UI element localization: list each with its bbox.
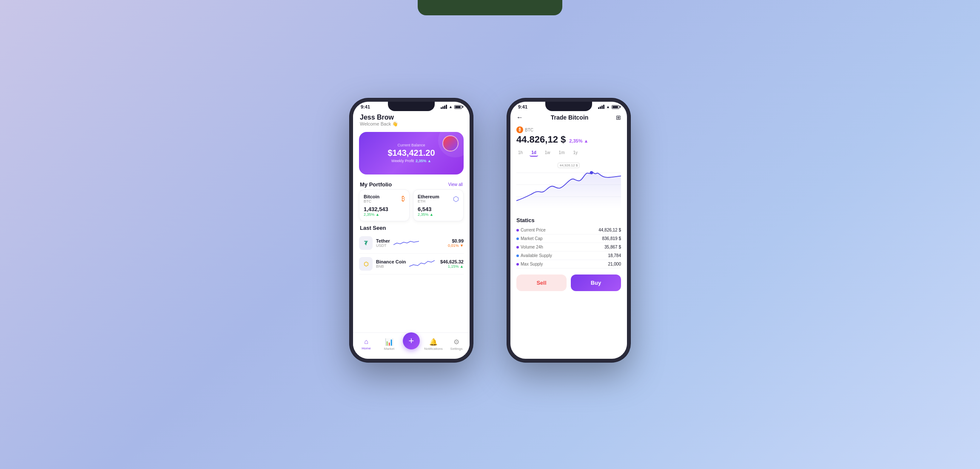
btc-portfolio-card[interactable]: Bitcoin BTC ₿ 1,432,543 2,35% ▲ [359,189,410,221]
tether-change: 0,01% ▼ [448,243,464,248]
stat-current-price-val: 44,826,12 $ [598,228,621,232]
trade-title: Trade Bitcoin [551,114,589,121]
stat-market-cap: Market Cap 836,819 $ [516,234,621,243]
market-icon: 📊 [385,338,393,346]
trade-buttons: Sell Buy [510,271,627,295]
nav-market[interactable]: 📊 Market [380,338,399,351]
eth-symbol: ETH [418,199,439,203]
stat-available-supply: Available Supply 18,784 [516,252,621,260]
stats-title: Statics [516,217,621,223]
phones-container: 9:41 ▲ Jess B [350,98,630,362]
stats-section: Statics Current Price 44,826,12 $ Market… [510,214,627,271]
stat-volume-val: 35,867 $ [604,245,621,249]
chart-area: 44,926.12 $ [510,159,627,214]
btc-name-wrap: Bitcoin BTC [364,194,379,203]
sell-button[interactable]: Sell [516,275,567,291]
stat-current-price-label: Current Price [516,228,546,232]
signal-bars-2 [598,105,604,109]
status-icons-2: ▲ [598,105,619,109]
signal-bar-3 [444,106,445,109]
welcome-text: Welcome Back 👋 [360,121,463,127]
btc-change: 2,35% ▲ [364,212,405,217]
time-btn-1m[interactable]: 1m [557,149,567,157]
bnb-chart [409,258,437,270]
signal-bar-2-4 [603,105,604,109]
time-btn-1y[interactable]: 1y [572,149,580,157]
bnb-row[interactable]: ⬡ Binance Coin BNB $46,625.32 [359,254,464,275]
eth-change: 2,35% ▲ [418,212,459,217]
eth-icon: ⬡ [453,195,459,203]
svg-point-3 [590,171,593,174]
grid-icon[interactable]: ⊞ [616,114,621,121]
coin-ticker: ₿ BTC [516,126,621,133]
signal-bar-2 [442,106,444,109]
stat-max-supply-val: 21,000 [608,262,621,266]
weekly-profit-label: Weekly Profit [391,159,414,163]
signal-bar-1 [441,107,442,109]
time-filter: 1h 1d 1w 1m 1y [510,148,627,159]
bnb-price-val: $46,625.32 [440,259,464,264]
chart-label: 44,926.12 $ [558,163,580,168]
btc-amount: 1,432,543 [364,206,405,212]
nav-home[interactable]: ⌂ Home [357,338,376,350]
btc-header: Bitcoin BTC ₿ [364,194,405,203]
signal-bar-4 [446,105,447,109]
tether-info: Tether USDT [376,238,390,248]
view-all-btn[interactable]: View all [448,182,463,187]
battery-fill-2 [612,106,618,108]
time-btn-1d[interactable]: 1d [530,149,538,157]
stat-market-cap-label: Market Cap [516,236,543,241]
signal-bars-1 [441,105,447,109]
bottom-nav: ⌂ Home 📊 Market + 🔔 Notifications ⚙ Sett… [353,332,470,359]
stat-available-supply-val: 18,784 [608,253,621,258]
market-label: Market [384,347,394,351]
dot-current-price [516,229,519,232]
eth-amount: 6,543 [418,206,459,212]
home-label: Home [362,346,370,350]
notch-2 [545,102,592,111]
stat-volume-label: Volume 24h [516,245,543,249]
last-seen-header: Last Seen [353,221,470,233]
nav-notifications[interactable]: 🔔 Notifications [424,338,443,351]
stat-market-cap-val: 836,819 $ [602,236,621,241]
signal-bar-2-3 [601,106,603,109]
eth-portfolio-card[interactable]: Ethereum ETH ⬡ 6,543 2,35% ▲ [413,189,464,221]
bnb-change: 1,15% ▲ [440,264,464,269]
phone-1: 9:41 ▲ Jess B [350,98,473,362]
top-decoration [418,0,562,15]
back-button[interactable]: ← [516,114,523,121]
tether-chart [393,237,444,249]
buy-button[interactable]: Buy [571,275,621,291]
bnb-name: Binance Coin [376,259,406,264]
add-icon: + [409,336,414,346]
phone1-content: Jess Brow Welcome Back 👋 Current Balance… [353,110,470,354]
trade-header: ← Trade Bitcoin ⊞ [510,110,627,125]
bnb-info: Binance Coin BNB [376,259,406,269]
price-main: 44.826,12 $ [516,134,566,145]
balance-card: Current Balance $143,421.20 Weekly Profi… [359,132,464,174]
notifications-label: Notifications [424,347,443,351]
eth-name-wrap: Ethereum ETH [418,194,439,203]
stat-volume: Volume 24h 35,867 $ [516,243,621,252]
price-pct: 2,35% ▲ [569,138,588,143]
portfolio-grid: Bitcoin BTC ₿ 1,432,543 2,35% ▲ Ethereum [353,189,470,221]
dot-volume [516,246,519,249]
stat-max-supply-label: Max Supply [516,262,543,266]
tether-icon: ₮ [364,240,368,246]
nav-settings[interactable]: ⚙ Settings [447,338,466,351]
nav-add-btn[interactable]: + [403,332,420,349]
tether-price: $0.99 0,01% ▼ [448,238,464,248]
time-btn-1h[interactable]: 1h [516,149,524,157]
bnb-symbol: BNB [376,264,406,269]
ticker-text: BTC [525,128,533,132]
tether-icon-wrap: ₮ [359,236,373,250]
phone1-header: Jess Brow Welcome Back 👋 [353,110,470,129]
stat-max-supply: Max Supply 21,000 [516,260,621,269]
settings-icon: ⚙ [453,338,459,346]
avatar-circle [442,135,459,152]
time-btn-1w[interactable]: 1w [543,149,552,157]
phone-1-inner: 9:41 ▲ Jess B [353,102,470,359]
tether-row[interactable]: ₮ Tether USDT $0.99 [359,233,464,254]
phone-2-inner: 9:41 ▲ ← Trade Bitcoin [510,102,627,359]
dot-max-supply [516,263,519,266]
